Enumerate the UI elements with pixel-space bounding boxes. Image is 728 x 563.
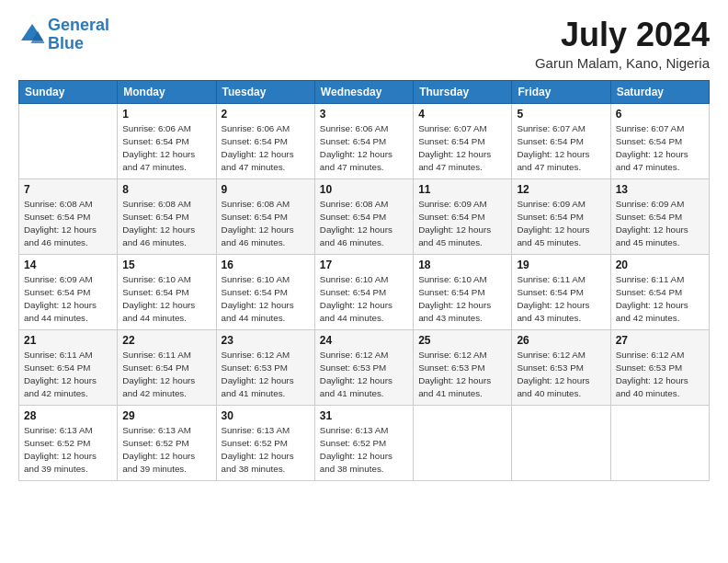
location: Garun Malam, Kano, Nigeria <box>535 55 710 71</box>
logo-line1: General <box>48 16 109 34</box>
header: General Blue July 2024 Garun Malam, Kano… <box>18 17 710 71</box>
col-friday: Friday <box>512 80 610 103</box>
col-monday: Monday <box>118 80 216 103</box>
day-number: 10 <box>320 183 408 196</box>
day-number: 15 <box>122 259 210 271</box>
calendar-header-row: Sunday Monday Tuesday Wednesday Thursday… <box>19 80 710 103</box>
calendar-cell: 20Sunrise: 6:11 AM Sunset: 6:54 PM Dayli… <box>610 254 709 329</box>
day-info: Sunrise: 6:13 AM Sunset: 6:52 PM Dayligh… <box>24 424 112 477</box>
day-info: Sunrise: 6:11 AM Sunset: 6:54 PM Dayligh… <box>616 273 704 326</box>
col-wednesday: Wednesday <box>314 80 413 103</box>
day-info: Sunrise: 6:06 AM Sunset: 6:54 PM Dayligh… <box>122 122 210 175</box>
calendar-cell: 31Sunrise: 6:13 AM Sunset: 6:52 PM Dayli… <box>314 405 413 480</box>
calendar-cell: 11Sunrise: 6:09 AM Sunset: 6:54 PM Dayli… <box>414 178 512 254</box>
day-info: Sunrise: 6:11 AM Sunset: 6:54 PM Dayligh… <box>24 349 112 401</box>
day-number: 19 <box>517 259 605 271</box>
calendar-cell: 29Sunrise: 6:13 AM Sunset: 6:52 PM Dayli… <box>118 405 216 480</box>
calendar-cell <box>512 405 610 480</box>
col-tuesday: Tuesday <box>216 80 314 103</box>
day-number: 28 <box>24 409 112 422</box>
day-number: 13 <box>616 183 704 196</box>
day-info: Sunrise: 6:10 AM Sunset: 6:54 PM Dayligh… <box>418 273 506 326</box>
week-row-4: 21Sunrise: 6:11 AM Sunset: 6:54 PM Dayli… <box>19 329 710 405</box>
calendar-cell: 25Sunrise: 6:12 AM Sunset: 6:53 PM Dayli… <box>414 329 512 405</box>
day-info: Sunrise: 6:10 AM Sunset: 6:54 PM Dayligh… <box>320 273 408 326</box>
week-row-3: 14Sunrise: 6:09 AM Sunset: 6:54 PM Dayli… <box>19 254 710 329</box>
page: General Blue July 2024 Garun Malam, Kano… <box>0 0 728 563</box>
day-info: Sunrise: 6:08 AM Sunset: 6:54 PM Dayligh… <box>320 198 408 250</box>
day-number: 18 <box>418 259 506 271</box>
calendar-cell: 3Sunrise: 6:06 AM Sunset: 6:54 PM Daylig… <box>314 103 413 178</box>
day-number: 9 <box>222 183 310 196</box>
col-thursday: Thursday <box>414 80 512 103</box>
day-number: 6 <box>616 108 704 121</box>
day-info: Sunrise: 6:13 AM Sunset: 6:52 PM Dayligh… <box>122 424 210 477</box>
logo-line2: Blue <box>48 34 84 52</box>
day-info: Sunrise: 6:10 AM Sunset: 6:54 PM Dayligh… <box>222 273 310 326</box>
calendar-cell: 27Sunrise: 6:12 AM Sunset: 6:53 PM Dayli… <box>610 329 709 405</box>
col-sunday: Sunday <box>19 80 118 103</box>
logo-text: General Blue <box>48 17 109 53</box>
day-info: Sunrise: 6:08 AM Sunset: 6:54 PM Dayligh… <box>122 198 210 250</box>
calendar-cell: 16Sunrise: 6:10 AM Sunset: 6:54 PM Dayli… <box>216 254 314 329</box>
day-info: Sunrise: 6:12 AM Sunset: 6:53 PM Dayligh… <box>222 349 310 401</box>
day-number: 3 <box>320 108 408 121</box>
week-row-1: 1Sunrise: 6:06 AM Sunset: 6:54 PM Daylig… <box>19 103 710 178</box>
calendar-cell <box>610 405 709 480</box>
day-number: 2 <box>222 108 310 121</box>
day-info: Sunrise: 6:12 AM Sunset: 6:53 PM Dayligh… <box>517 349 605 401</box>
calendar-cell: 14Sunrise: 6:09 AM Sunset: 6:54 PM Dayli… <box>19 254 118 329</box>
col-saturday: Saturday <box>610 80 709 103</box>
day-info: Sunrise: 6:09 AM Sunset: 6:54 PM Dayligh… <box>24 273 112 326</box>
calendar-cell: 10Sunrise: 6:08 AM Sunset: 6:54 PM Dayli… <box>314 178 413 254</box>
day-info: Sunrise: 6:07 AM Sunset: 6:54 PM Dayligh… <box>616 122 704 175</box>
day-number: 14 <box>24 259 112 271</box>
calendar-cell: 9Sunrise: 6:08 AM Sunset: 6:54 PM Daylig… <box>216 178 314 254</box>
day-number: 1 <box>122 108 210 121</box>
calendar-cell: 23Sunrise: 6:12 AM Sunset: 6:53 PM Dayli… <box>216 329 314 405</box>
calendar-cell: 13Sunrise: 6:09 AM Sunset: 6:54 PM Dayli… <box>610 178 709 254</box>
day-info: Sunrise: 6:08 AM Sunset: 6:54 PM Dayligh… <box>222 198 310 250</box>
day-info: Sunrise: 6:09 AM Sunset: 6:54 PM Dayligh… <box>517 198 605 250</box>
day-info: Sunrise: 6:09 AM Sunset: 6:54 PM Dayligh… <box>616 198 704 250</box>
day-number: 17 <box>320 259 408 271</box>
day-number: 29 <box>122 409 210 422</box>
calendar-cell: 5Sunrise: 6:07 AM Sunset: 6:54 PM Daylig… <box>512 103 610 178</box>
day-number: 5 <box>517 108 605 121</box>
day-number: 22 <box>122 334 210 347</box>
calendar-cell: 4Sunrise: 6:07 AM Sunset: 6:54 PM Daylig… <box>414 103 512 178</box>
day-number: 11 <box>418 183 506 196</box>
calendar-cell: 26Sunrise: 6:12 AM Sunset: 6:53 PM Dayli… <box>512 329 610 405</box>
day-number: 21 <box>24 334 112 347</box>
month-title: July 2024 <box>535 17 710 53</box>
day-number: 20 <box>616 259 704 271</box>
title-block: July 2024 Garun Malam, Kano, Nigeria <box>535 17 710 71</box>
day-number: 31 <box>320 409 408 422</box>
calendar-cell <box>414 405 512 480</box>
day-info: Sunrise: 6:13 AM Sunset: 6:52 PM Dayligh… <box>222 424 310 477</box>
calendar-cell: 19Sunrise: 6:11 AM Sunset: 6:54 PM Dayli… <box>512 254 610 329</box>
day-number: 7 <box>24 183 112 196</box>
day-info: Sunrise: 6:10 AM Sunset: 6:54 PM Dayligh… <box>122 273 210 326</box>
day-info: Sunrise: 6:12 AM Sunset: 6:53 PM Dayligh… <box>320 349 408 401</box>
day-info: Sunrise: 6:12 AM Sunset: 6:53 PM Dayligh… <box>418 349 506 401</box>
day-info: Sunrise: 6:13 AM Sunset: 6:52 PM Dayligh… <box>320 424 408 477</box>
week-row-2: 7Sunrise: 6:08 AM Sunset: 6:54 PM Daylig… <box>19 178 710 254</box>
calendar-cell: 22Sunrise: 6:11 AM Sunset: 6:54 PM Dayli… <box>118 329 216 405</box>
day-info: Sunrise: 6:06 AM Sunset: 6:54 PM Dayligh… <box>222 122 310 175</box>
calendar-cell: 7Sunrise: 6:08 AM Sunset: 6:54 PM Daylig… <box>19 178 118 254</box>
day-number: 4 <box>418 108 506 121</box>
calendar-cell: 28Sunrise: 6:13 AM Sunset: 6:52 PM Dayli… <box>19 405 118 480</box>
day-info: Sunrise: 6:11 AM Sunset: 6:54 PM Dayligh… <box>122 349 210 401</box>
calendar-cell: 15Sunrise: 6:10 AM Sunset: 6:54 PM Dayli… <box>118 254 216 329</box>
calendar-cell: 30Sunrise: 6:13 AM Sunset: 6:52 PM Dayli… <box>216 405 314 480</box>
calendar-cell: 24Sunrise: 6:12 AM Sunset: 6:53 PM Dayli… <box>314 329 413 405</box>
calendar-cell: 2Sunrise: 6:06 AM Sunset: 6:54 PM Daylig… <box>216 103 314 178</box>
logo-icon <box>18 21 46 49</box>
day-number: 23 <box>222 334 310 347</box>
day-number: 16 <box>222 259 310 271</box>
day-info: Sunrise: 6:07 AM Sunset: 6:54 PM Dayligh… <box>418 122 506 175</box>
day-info: Sunrise: 6:12 AM Sunset: 6:53 PM Dayligh… <box>616 349 704 401</box>
day-info: Sunrise: 6:07 AM Sunset: 6:54 PM Dayligh… <box>517 122 605 175</box>
day-number: 30 <box>222 409 310 422</box>
